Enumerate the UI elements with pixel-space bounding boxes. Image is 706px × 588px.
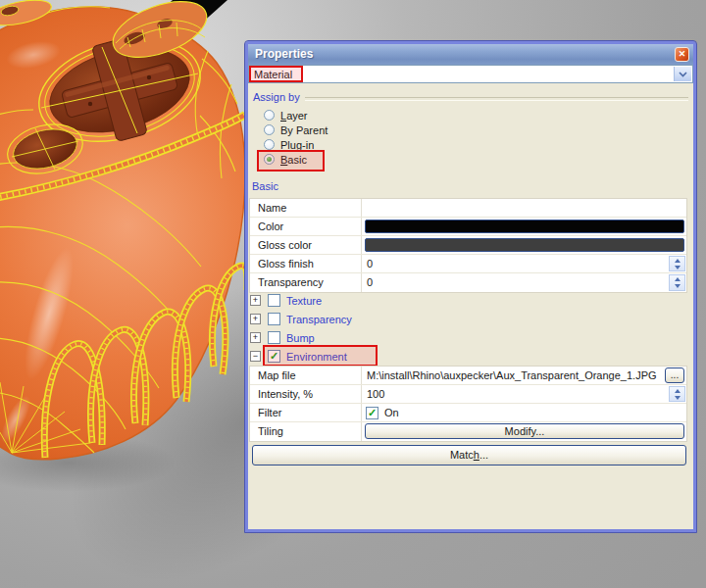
transparency-field[interactable]: 0 bbox=[362, 273, 686, 292]
spin-down-button[interactable] bbox=[670, 283, 684, 291]
radio-circle-selected bbox=[264, 154, 275, 165]
arrow-up-icon bbox=[675, 277, 681, 281]
close-icon: ✕ bbox=[679, 49, 686, 59]
intensity-spinner[interactable] bbox=[669, 386, 685, 402]
properties-panel: Properties ✕ Material Assign by Layer By… bbox=[245, 41, 696, 532]
chevron-down-icon bbox=[679, 72, 687, 77]
row-label: Name bbox=[250, 199, 362, 217]
spin-up-button[interactable] bbox=[670, 275, 684, 283]
combobox-dropdown-button[interactable] bbox=[674, 67, 691, 81]
row-gloss-color: Gloss color bbox=[250, 236, 686, 255]
radio-circle bbox=[264, 110, 275, 121]
row-tiling: Tiling Modify... bbox=[250, 422, 686, 441]
gloss-finish-field[interactable]: 0 bbox=[362, 255, 686, 272]
spin-up-button[interactable] bbox=[670, 257, 684, 264]
row-color: Color bbox=[250, 218, 686, 236]
close-button[interactable]: ✕ bbox=[675, 47, 689, 62]
basic-grid: Name Color Gloss color Gloss finish 0 bbox=[249, 198, 687, 293]
modify-button[interactable]: Modify... bbox=[365, 423, 684, 439]
radio-label: Plug-in bbox=[280, 139, 314, 151]
radio-basic[interactable]: Basic bbox=[264, 152, 307, 167]
arrow-up-icon bbox=[675, 259, 681, 263]
environment-checkbox[interactable]: ✓ bbox=[268, 350, 280, 363]
combobox-value: Material bbox=[254, 68, 292, 81]
row-intensity: Intensity, % 100 bbox=[250, 385, 686, 404]
tree-item-label: Texture bbox=[286, 295, 322, 307]
match-label: Match... bbox=[450, 449, 488, 461]
spin-up-button[interactable] bbox=[670, 387, 684, 394]
arrow-down-icon bbox=[675, 266, 681, 270]
tree-item-label: Environment bbox=[286, 351, 347, 363]
tree-item-texture[interactable]: + Texture bbox=[250, 291, 322, 310]
radio-label: Basic bbox=[280, 154, 307, 166]
row-filter: Filter ✓ On bbox=[250, 404, 686, 422]
tree-item-bump[interactable]: + Bump bbox=[250, 328, 315, 347]
modify-label: Modify... bbox=[505, 425, 545, 437]
spin-down-button[interactable] bbox=[670, 264, 684, 270]
row-label: Gloss color bbox=[250, 236, 362, 254]
arrow-down-icon bbox=[675, 396, 681, 400]
row-label: Transparency bbox=[250, 273, 362, 292]
panel-titlebar[interactable]: Properties ✕ bbox=[248, 44, 693, 66]
environment-grid: Map file M:\install\Rhino\auxpecker\Aux_… bbox=[249, 366, 687, 442]
collapse-icon[interactable]: − bbox=[250, 351, 261, 362]
bump-checkbox[interactable] bbox=[268, 331, 280, 344]
map-file-field[interactable]: M:\install\Rhino\auxpecker\Aux_Transpare… bbox=[362, 367, 663, 384]
row-label: Color bbox=[250, 218, 362, 235]
transparency-checkbox[interactable] bbox=[268, 313, 280, 325]
gloss-finish-spinner[interactable] bbox=[669, 256, 685, 271]
texture-checkbox[interactable] bbox=[268, 294, 280, 307]
expand-icon[interactable]: + bbox=[250, 295, 261, 306]
basic-section-label: Basic bbox=[252, 180, 278, 192]
radio-circle bbox=[264, 139, 275, 150]
color-swatch[interactable] bbox=[365, 220, 684, 233]
spin-down-button[interactable] bbox=[670, 394, 684, 401]
row-label: Gloss finish bbox=[250, 255, 362, 272]
page-selector-combobox[interactable]: Material bbox=[248, 65, 693, 83]
row-label: Tiling bbox=[250, 422, 362, 441]
arrow-up-icon bbox=[675, 389, 681, 393]
tree-item-environment[interactable]: − ✓ Environment bbox=[250, 347, 347, 366]
panel-title: Properties bbox=[248, 44, 313, 61]
browse-label: ... bbox=[671, 369, 679, 380]
expand-icon[interactable]: + bbox=[250, 332, 261, 343]
gloss-color-swatch[interactable] bbox=[365, 238, 684, 252]
expand-icon[interactable]: + bbox=[250, 314, 261, 324]
row-transparency: Transparency 0 bbox=[250, 273, 686, 292]
row-name: Name bbox=[250, 199, 686, 218]
row-gloss-finish: Gloss finish 0 bbox=[250, 255, 686, 273]
intensity-field[interactable]: 100 bbox=[362, 385, 686, 403]
row-label: Intensity, % bbox=[250, 385, 362, 403]
tree-item-label: Transparency bbox=[286, 314, 352, 325]
radio-plug-in[interactable]: Plug-in bbox=[264, 137, 314, 152]
row-label: Filter bbox=[250, 404, 362, 421]
arrow-down-icon bbox=[675, 284, 681, 288]
tree-item-label: Bump bbox=[286, 332, 315, 344]
filter-checkbox[interactable]: ✓ bbox=[366, 407, 378, 419]
transparency-spinner[interactable] bbox=[669, 274, 685, 291]
assign-by-group-label: Assign by bbox=[253, 91, 300, 103]
tree-item-transparency[interactable]: + Transparency bbox=[250, 310, 352, 328]
radio-label: By Parent bbox=[280, 124, 328, 136]
name-field[interactable] bbox=[362, 199, 686, 217]
browse-button[interactable]: ... bbox=[665, 368, 684, 383]
row-label: Map file bbox=[250, 367, 362, 384]
radio-by-parent[interactable]: By Parent bbox=[264, 122, 328, 137]
radio-label: Layer bbox=[280, 110, 308, 122]
match-button[interactable]: Match... bbox=[252, 445, 686, 466]
radio-circle bbox=[264, 124, 275, 135]
radio-layer[interactable]: Layer bbox=[264, 108, 308, 122]
group-divider bbox=[305, 97, 688, 101]
row-map-file: Map file M:\install\Rhino\auxpecker\Aux_… bbox=[250, 367, 686, 385]
panel-body: Material Assign by Layer By Parent Plug-… bbox=[248, 65, 693, 529]
screen: { "window": { "title": "Properties", "cl… bbox=[0, 0, 706, 588]
filter-on-label: On bbox=[384, 404, 399, 421]
